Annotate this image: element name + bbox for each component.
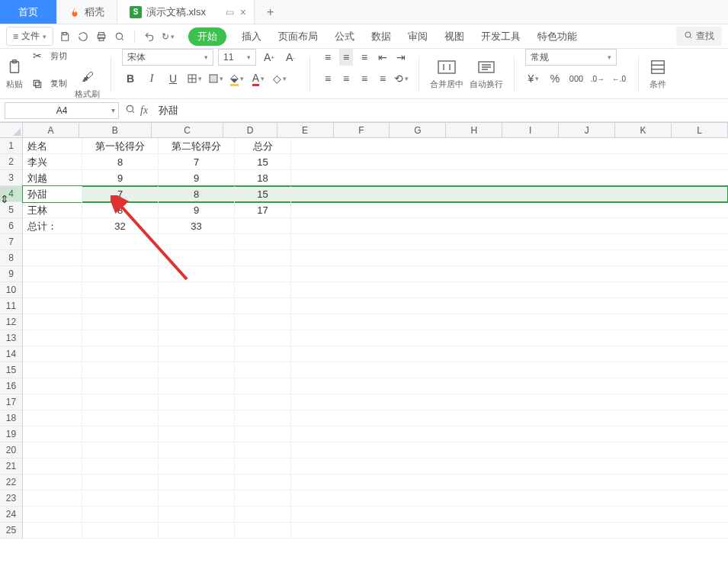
row-header[interactable]: 22 xyxy=(0,475,22,491)
cell[interactable] xyxy=(159,458,235,475)
cell[interactable] xyxy=(235,218,291,234)
row-header[interactable]: 14 xyxy=(0,346,22,362)
row-header[interactable]: 8 xyxy=(0,250,22,266)
row-header[interactable]: 3 xyxy=(0,170,22,186)
name-box[interactable]: A4 ▾ xyxy=(5,102,119,119)
cell[interactable] xyxy=(23,378,82,394)
cell[interactable] xyxy=(235,234,291,250)
cell[interactable] xyxy=(235,394,291,410)
cell[interactable] xyxy=(82,282,159,298)
table-row[interactable] xyxy=(23,507,728,523)
border-button[interactable] xyxy=(186,70,203,87)
font-select[interactable]: 宋体 ▾ xyxy=(122,49,213,66)
col-header[interactable]: H xyxy=(446,123,502,137)
cell[interactable] xyxy=(235,250,291,266)
table-row[interactable] xyxy=(23,314,728,330)
table-row[interactable] xyxy=(23,362,728,378)
valign-top-icon[interactable]: ≡ xyxy=(321,49,335,66)
font-size-select[interactable]: 11 ▾ xyxy=(218,49,256,66)
bold-button[interactable]: B xyxy=(122,70,139,87)
cell[interactable] xyxy=(82,362,159,378)
orientation-icon[interactable]: ⟲ xyxy=(394,70,408,87)
cell[interactable] xyxy=(159,266,235,282)
cell[interactable] xyxy=(82,346,159,362)
merge-button[interactable]: 合并居中 xyxy=(430,57,463,90)
cell[interactable] xyxy=(82,491,159,507)
row-header[interactable]: 17 xyxy=(0,394,22,410)
cell[interactable] xyxy=(159,394,235,410)
col-header[interactable]: D xyxy=(223,123,277,137)
row-header[interactable]: 5 xyxy=(0,202,22,218)
cell[interactable] xyxy=(159,491,235,507)
col-header[interactable]: K xyxy=(615,123,672,137)
cell[interactable]: 总计： xyxy=(23,218,82,234)
cell[interactable] xyxy=(23,314,82,330)
cell[interactable]: 9 xyxy=(82,170,159,186)
cell[interactable] xyxy=(82,410,159,426)
cell[interactable] xyxy=(235,426,291,442)
cell[interactable] xyxy=(23,394,82,410)
row-header[interactable]: 7 xyxy=(0,234,22,250)
dec-dec-icon[interactable]: ←.0 xyxy=(611,70,627,87)
row-header[interactable]: 18 xyxy=(0,410,22,426)
cell[interactable]: 姓名 xyxy=(23,138,82,154)
cell[interactable] xyxy=(235,507,291,523)
col-header[interactable]: A xyxy=(23,123,79,137)
cell[interactable]: 8 xyxy=(82,202,159,218)
cell[interactable]: 7 xyxy=(159,154,235,170)
spreadsheet[interactable]: A B C D E F G H I J K L 1234567891011121… xyxy=(0,122,728,563)
cell[interactable] xyxy=(235,458,291,475)
cell[interactable]: 第二轮得分 xyxy=(159,138,235,154)
formula-bar[interactable] xyxy=(154,102,723,119)
cell[interactable] xyxy=(82,475,159,491)
row-header[interactable]: 11 xyxy=(0,298,22,314)
popout-icon[interactable]: ▭ xyxy=(226,7,234,18)
ribbon-tab-start[interactable]: 开始 xyxy=(188,27,226,46)
paste-button[interactable]: 粘贴 xyxy=(6,57,23,90)
cell[interactable] xyxy=(235,442,291,458)
col-header[interactable]: J xyxy=(559,123,615,137)
table-row[interactable] xyxy=(23,282,728,298)
cell[interactable] xyxy=(235,346,291,362)
table-row[interactable]: 姓名第一轮得分第二轮得分总分 xyxy=(23,138,728,154)
cell[interactable] xyxy=(23,442,82,458)
cell[interactable]: 8 xyxy=(159,186,235,202)
cell[interactable] xyxy=(235,491,291,507)
ribbon-tab-dev[interactable]: 开发工具 xyxy=(479,27,522,47)
row-header[interactable]: 12 xyxy=(0,314,22,330)
cell[interactable] xyxy=(82,298,159,314)
table-row[interactable] xyxy=(23,394,728,410)
col-header[interactable]: F xyxy=(334,123,390,137)
table-row[interactable] xyxy=(23,426,728,442)
cell[interactable] xyxy=(23,491,82,507)
ribbon-tab-view[interactable]: 视图 xyxy=(443,27,466,47)
cell[interactable] xyxy=(159,426,235,442)
underline-button[interactable]: U xyxy=(165,70,181,87)
cell[interactable] xyxy=(23,362,82,378)
number-format-select[interactable]: 常规 ▾ xyxy=(525,49,617,66)
row-header[interactable]: 9 xyxy=(0,266,22,282)
thousand-icon[interactable]: 000 xyxy=(568,70,585,87)
cell[interactable]: 9 xyxy=(159,202,235,218)
col-header[interactable]: I xyxy=(502,123,559,137)
format-painter-button[interactable]: 🖌 格式刷 xyxy=(75,67,100,100)
decrease-font-icon[interactable]: A- xyxy=(282,49,299,66)
cell[interactable] xyxy=(235,378,291,394)
cell[interactable] xyxy=(159,410,235,426)
cell[interactable] xyxy=(159,378,235,394)
cell[interactable] xyxy=(23,330,82,346)
cell[interactable] xyxy=(23,346,82,362)
cell[interactable] xyxy=(235,410,291,426)
row-header[interactable]: 24 xyxy=(0,507,22,523)
indent-dec-icon[interactable]: ⇤ xyxy=(376,49,390,66)
cell[interactable] xyxy=(82,507,159,523)
tab-new[interactable]: + xyxy=(255,0,286,24)
cell[interactable] xyxy=(23,250,82,266)
cell[interactable] xyxy=(82,394,159,410)
cell[interactable] xyxy=(159,330,235,346)
cell[interactable] xyxy=(82,523,159,539)
row-header[interactable]: 4 xyxy=(0,186,22,202)
cell[interactable] xyxy=(159,362,235,378)
cell[interactable]: 第一轮得分 xyxy=(82,138,159,154)
ribbon-tab-formula[interactable]: 公式 xyxy=(333,27,356,47)
